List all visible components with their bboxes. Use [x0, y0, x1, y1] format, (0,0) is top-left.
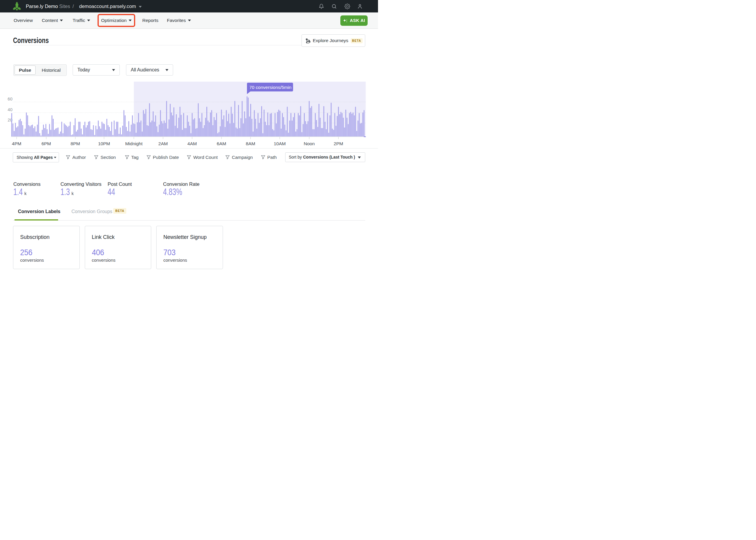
svg-text:8PM: 8PM — [71, 141, 80, 146]
svg-text:2AM: 2AM — [158, 141, 168, 146]
svg-text:2PM: 2PM — [334, 141, 343, 146]
svg-text:8AM: 8AM — [246, 141, 255, 146]
svg-text:4AM: 4AM — [187, 141, 197, 146]
svg-text:10PM: 10PM — [98, 141, 110, 146]
svg-text:6PM: 6PM — [42, 141, 51, 146]
svg-text:6AM: 6AM — [217, 141, 226, 146]
svg-text:4PM: 4PM — [12, 141, 21, 146]
svg-text:Noon: Noon — [304, 141, 315, 146]
svg-text:60: 60 — [8, 97, 12, 101]
svg-text:Midnight: Midnight — [125, 141, 143, 146]
svg-text:70 conversions/5min: 70 conversions/5min — [249, 85, 291, 90]
svg-text:10AM: 10AM — [274, 141, 286, 146]
svg-text:40: 40 — [8, 107, 12, 112]
